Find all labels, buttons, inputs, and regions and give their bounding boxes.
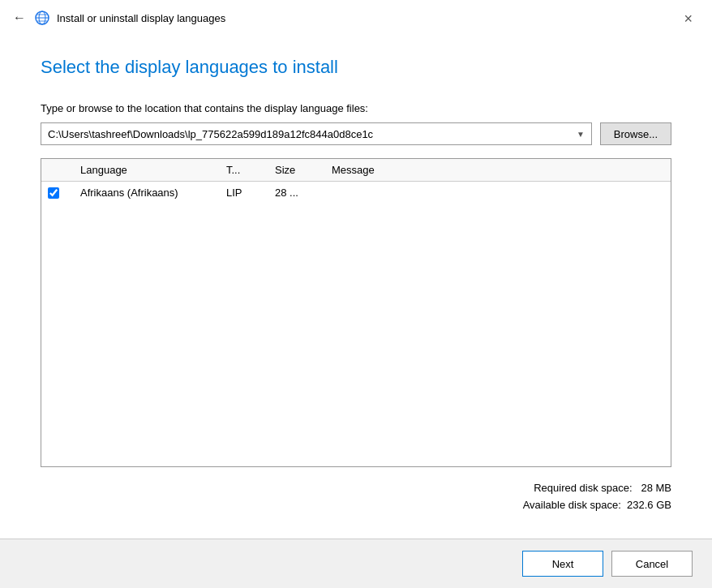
available-disk-space: Available disk space: 232.6 GB	[41, 497, 671, 514]
required-disk-space: Required disk space: 28 MB	[41, 480, 671, 497]
page-heading: Select the display languages to install	[41, 57, 671, 78]
col-type: T...	[226, 164, 275, 176]
col-checkbox	[48, 164, 80, 176]
title-bar: ← Install or uninstall display languages…	[0, 0, 712, 32]
row-type: LIP	[226, 187, 275, 199]
path-input[interactable]	[48, 128, 573, 140]
footer: Next Cancel	[0, 539, 712, 588]
dialog-window: ← Install or uninstall display languages…	[0, 0, 712, 588]
back-button[interactable]: ←	[13, 11, 26, 25]
path-row: ▼ Browse...	[41, 122, 671, 145]
col-size: Size	[275, 164, 332, 176]
col-language: Language	[80, 164, 226, 176]
language-table: Language T... Size Message Afrikaans (Af…	[41, 158, 671, 467]
next-button[interactable]: Next	[522, 551, 603, 577]
language-checkbox[interactable]	[48, 187, 59, 199]
table-row: Afrikaans (Afrikaans) LIP 28 ...	[41, 182, 671, 204]
close-button[interactable]: ×	[677, 8, 699, 29]
path-input-wrapper[interactable]: ▼	[41, 122, 592, 145]
main-content: Select the display languages to install …	[0, 32, 712, 539]
row-size: 28 ...	[275, 187, 332, 199]
browse-button[interactable]: Browse...	[600, 122, 671, 145]
row-language: Afrikaans (Afrikaans)	[80, 187, 226, 199]
disk-space-section: Required disk space: 28 MB Available dis…	[41, 480, 671, 514]
cancel-button[interactable]: Cancel	[611, 551, 693, 577]
path-label: Type or browse to the location that cont…	[41, 102, 671, 114]
col-message: Message	[332, 164, 664, 176]
table-header: Language T... Size Message	[41, 159, 671, 182]
dropdown-arrow-icon[interactable]: ▼	[573, 130, 585, 139]
globe-icon	[34, 10, 50, 26]
table-body: Afrikaans (Afrikaans) LIP 28 ...	[41, 182, 671, 460]
window-title: Install or uninstall display languages	[57, 12, 225, 24]
row-checkbox-cell[interactable]	[48, 187, 80, 199]
